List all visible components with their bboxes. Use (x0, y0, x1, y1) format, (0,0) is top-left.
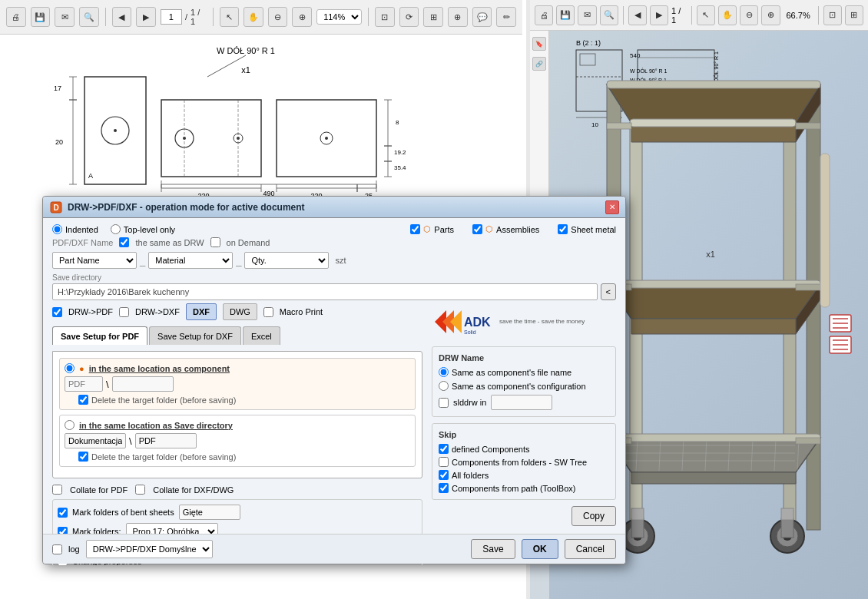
rt-prev-btn[interactable]: ◀ (628, 5, 647, 25)
rt-email-btn[interactable]: ✉ (578, 5, 596, 25)
loc1-delete-checkbox[interactable] (78, 395, 88, 405)
zoom-out-btn[interactable]: ⊖ (268, 7, 288, 27)
loc1-folder-input[interactable] (65, 376, 103, 392)
slddrw-input[interactable] (491, 395, 552, 410)
slddrw-checkbox[interactable] (439, 398, 449, 408)
collate-dxf-checkbox[interactable] (135, 485, 145, 495)
parts-checkbox[interactable] (410, 224, 420, 234)
sheetmetal-check[interactable]: Sheet metal (558, 224, 616, 234)
skip-from-folders[interactable]: Components from folders - SW Tree (439, 457, 609, 467)
indented-radio[interactable]: Indented (52, 224, 98, 234)
bent-value-input[interactable] (179, 505, 240, 520)
dxf-btn[interactable]: DXF (186, 303, 217, 320)
drw-pdf-checkbox[interactable] (52, 307, 62, 317)
mark-bent-checkbox[interactable] (58, 508, 68, 518)
link-icon[interactable]: 🔗 (532, 57, 546, 71)
drwname-radio1[interactable] (439, 367, 449, 377)
rt-pointer-btn[interactable]: ↖ (697, 5, 715, 25)
rotate-btn[interactable]: ⟳ (399, 7, 419, 27)
dwg-btn[interactable]: DWG (223, 303, 257, 320)
sheetmetal-checkbox[interactable] (558, 224, 568, 234)
svg-text:x1: x1 (706, 250, 715, 259)
log-checkbox[interactable] (52, 544, 62, 554)
macro-print-checkbox[interactable] (263, 307, 273, 317)
rt-page-info: 1 / 1 (671, 6, 687, 25)
loc2-folder-input[interactable] (65, 433, 126, 448)
toplevel-radio-input[interactable] (111, 224, 121, 234)
loc2-delete-checkbox[interactable] (78, 452, 88, 462)
sep-2: _ (236, 255, 241, 266)
rt-save-btn[interactable]: 💾 (556, 5, 575, 25)
col1-select[interactable]: Part Name (52, 252, 137, 269)
rt-print-btn[interactable]: 🖨 (535, 5, 553, 25)
skip-from-path[interactable]: Components from path (ToolBox) (439, 483, 609, 493)
svg-rect-106 (631, 508, 644, 520)
collate-pdf-checkbox[interactable] (52, 485, 62, 495)
rt-search-btn[interactable]: 🔍 (600, 5, 618, 25)
pan-btn[interactable]: ⊕ (448, 7, 468, 27)
save-dir-label: Save directory (52, 273, 616, 282)
email-btn[interactable]: ✉ (55, 7, 75, 27)
rt-next-btn[interactable]: ▶ (650, 5, 668, 25)
parts-check[interactable]: ⬡ Parts (410, 224, 454, 234)
drwname-opt1[interactable]: Same as component's file name (439, 367, 609, 377)
loc1-radio[interactable] (65, 363, 75, 373)
save-button[interactable]: Save (471, 539, 515, 559)
loc1-sub-input[interactable] (112, 376, 174, 392)
dialog-close-btn[interactable]: ✕ (605, 200, 619, 214)
save-dir-input[interactable] (52, 283, 598, 300)
comment-btn[interactable]: 💬 (472, 7, 492, 27)
print-btn[interactable]: 🖨 (6, 7, 26, 27)
rt-plus-btn[interactable]: ⊕ (761, 5, 780, 25)
pointer-btn[interactable]: ↖ (220, 7, 240, 27)
svg-marker-74 (631, 319, 796, 334)
next-btn[interactable]: ▶ (136, 7, 156, 27)
col2-select[interactable]: Material (148, 252, 233, 269)
tab-excel[interactable]: Excel (243, 326, 280, 345)
skip-defined-checkbox[interactable] (439, 444, 449, 454)
hand-btn[interactable]: ✋ (244, 7, 263, 27)
tab-pdf[interactable]: Save Setup for PDF (52, 326, 147, 345)
loc2-sub-input[interactable] (135, 433, 197, 448)
drw-dxf-checkbox[interactable] (119, 307, 129, 317)
drwname-opt2[interactable]: Same as component's configuration (439, 381, 609, 391)
svg-marker-72 (607, 284, 820, 319)
tab-dxf[interactable]: Save Setup for DXF (149, 326, 241, 345)
on-demand-checkbox[interactable] (210, 237, 220, 247)
pen-btn[interactable]: ✏ (496, 7, 516, 27)
rt-hand-btn[interactable]: ✋ (718, 5, 737, 25)
assemblies-check[interactable]: ⬡ Assemblies (472, 224, 539, 234)
search-btn[interactable]: 🔍 (79, 7, 99, 27)
toplevel-radio[interactable]: Top-level only (111, 224, 175, 234)
zoom-select[interactable]: 114% (316, 9, 362, 25)
skip-folders-checkbox[interactable] (439, 457, 449, 467)
prev-btn[interactable]: ◀ (112, 7, 132, 27)
cancel-button[interactable]: Cancel (565, 539, 616, 559)
bookmark-icon[interactable]: 🔖 (532, 37, 546, 51)
grid-btn[interactable]: ⊞ (423, 7, 443, 27)
skip-all-folders[interactable]: All folders (439, 470, 609, 480)
col4-label: szt (335, 256, 346, 265)
loc2-delete-check[interactable]: Delete the target folder (before saving) (78, 452, 410, 462)
loc1-delete-check[interactable]: Delete the target folder (before saving) (78, 395, 410, 405)
save-toolbar-btn[interactable]: 💾 (31, 7, 51, 27)
copy-button[interactable]: Copy (571, 506, 616, 526)
rt-full-btn[interactable]: ⊞ (845, 5, 863, 25)
skip-allfolders-checkbox[interactable] (439, 470, 449, 480)
zoom-in-btn[interactable]: ⊕ (292, 7, 312, 27)
fit-btn[interactable]: ⊡ (375, 7, 395, 27)
col3-select[interactable]: Qty. (244, 252, 329, 269)
skip-path-checkbox[interactable] (439, 483, 449, 493)
page-input[interactable] (161, 9, 182, 25)
indented-radio-input[interactable] (52, 224, 62, 234)
preset-select[interactable]: DRW->PDF/DXF Domyślne (86, 540, 213, 558)
loc2-radio[interactable] (65, 420, 75, 430)
same-as-drw-checkbox[interactable] (119, 237, 129, 247)
drwname-radio2[interactable] (439, 381, 449, 391)
skip-defined[interactable]: defined Components (439, 444, 609, 454)
ok-button[interactable]: OK (522, 539, 558, 559)
browse-btn[interactable]: < (601, 283, 616, 300)
rt-minus-btn[interactable]: ⊖ (740, 5, 758, 25)
assemblies-checkbox[interactable] (472, 224, 482, 234)
rt-fit-btn[interactable]: ⊡ (823, 5, 842, 25)
